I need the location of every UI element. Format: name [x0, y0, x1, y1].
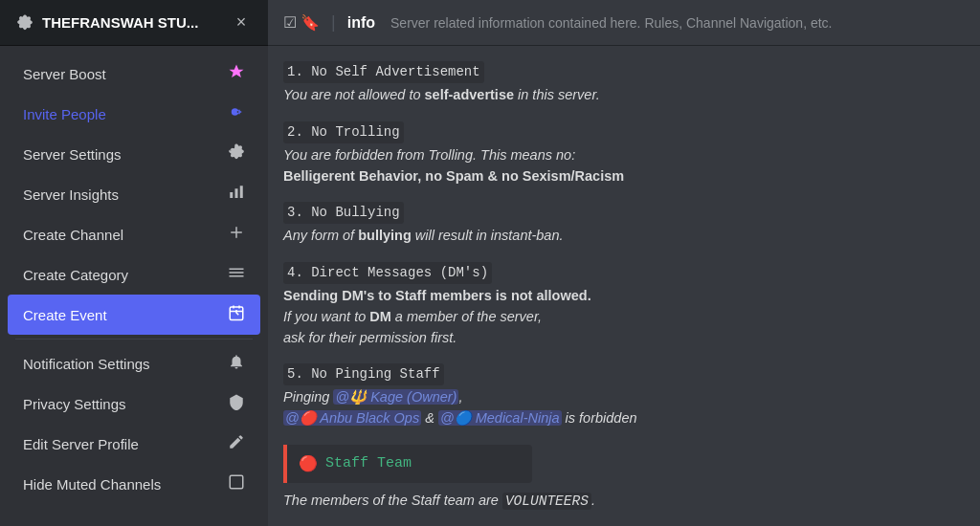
sidebar: THEFRANSWAH STU... × Server Boost Invite…: [0, 0, 268, 526]
rule-1: 1. No Self Advertisement You are not all…: [283, 61, 965, 106]
rule-5-desc: Pinging @🔱 Kage (Owner),@🔴 Anbu Black Op…: [283, 387, 965, 429]
rule-4-title: 4. Direct Messages (DM's): [283, 262, 492, 284]
check-icon: ☑: [283, 13, 297, 32]
svg-rect-1: [235, 188, 238, 198]
mention-anbu: @🔴 Anbu Black Ops: [283, 410, 421, 426]
channel-separator: |: [331, 12, 336, 33]
rule-5-title: 5. No Pinging Staff: [283, 363, 444, 385]
main-content: ☑ 🔖 | info Server related information co…: [268, 0, 980, 526]
staff-team-label: Staff Team: [325, 453, 412, 475]
edit-icon: [222, 433, 245, 454]
rule-1-desc: You are not allowed to self-advertise in…: [283, 85, 965, 106]
sidebar-item-privacy-settings[interactable]: Privacy Settings: [8, 384, 260, 424]
rule-4-desc: Sending DM's to Staff members is not all…: [283, 286, 965, 348]
staff-team-badge: 🔴 Staff Team: [283, 445, 532, 483]
create-event-icon: [222, 304, 245, 325]
sidebar-item-notification-settings[interactable]: Notification Settings: [8, 343, 260, 384]
rule-2-desc: You are forbidden from Trolling. This me…: [283, 145, 965, 187]
sidebar-item-server-insights[interactable]: Server Insights: [8, 174, 260, 214]
rule-2: 2. No Trolling You are forbidden from Tr…: [283, 121, 965, 187]
notification-icon: [222, 353, 245, 374]
sidebar-header: THEFRANSWAH STU... ×: [0, 0, 268, 46]
sidebar-item-create-event[interactable]: Create Event: [8, 295, 260, 335]
divider: [15, 339, 253, 340]
create-channel-icon: [222, 224, 245, 245]
sidebar-item-server-settings[interactable]: Server Settings: [8, 134, 260, 174]
rule-3-title: 3. No Bullying: [283, 202, 404, 224]
rule-2-title: 2. No Trolling: [283, 121, 404, 143]
messages-area[interactable]: 1. No Self Advertisement You are not all…: [268, 46, 980, 526]
rule-4: 4. Direct Messages (DM's) Sending DM's t…: [283, 262, 965, 348]
sidebar-item-hide-muted-channels[interactable]: Hide Muted Channels: [8, 464, 260, 504]
sidebar-item-invite-people[interactable]: Invite People: [8, 94, 260, 134]
sidebar-item-server-boost[interactable]: Server Boost: [8, 54, 260, 94]
svg-rect-0: [230, 192, 233, 198]
channel-name: info: [347, 14, 375, 32]
sidebar-item-create-category[interactable]: Create Category: [8, 254, 260, 295]
rule-5: 5. No Pinging Staff Pinging @🔱 Kage (Own…: [283, 363, 965, 429]
rule-3: 3. No Bullying Any form of bullying will…: [283, 202, 965, 247]
volunteers-text: The members of the Staff team are VOLUNT…: [283, 491, 965, 513]
insights-icon: [222, 184, 245, 205]
mention-medical-ninja: @🔵 Medical-Ninja: [438, 410, 562, 426]
settings-icon: [222, 143, 245, 164]
bookmark-icon: 🔖: [301, 13, 320, 32]
svg-rect-2: [240, 186, 243, 198]
sidebar-menu: Server Boost Invite People Server Settin…: [0, 46, 268, 526]
rule-3-desc: Any form of bullying will result in inst…: [283, 226, 965, 247]
svg-rect-7: [230, 475, 243, 489]
rule-1-title: 1. No Self Advertisement: [283, 61, 484, 83]
sidebar-item-create-channel[interactable]: Create Channel: [8, 214, 260, 254]
mention-kage: @🔱 Kage (Owner): [333, 389, 458, 405]
shield-icon: [222, 393, 245, 414]
channel-header-icons: ☑ 🔖: [283, 13, 320, 32]
checkbox-icon: [222, 473, 245, 494]
volunteers-mono: VOLUNTEERS: [502, 493, 591, 510]
channel-header: ☑ 🔖 | info Server related information co…: [268, 0, 980, 46]
staff-badge-icon: 🔴: [299, 452, 318, 475]
boost-icon: [222, 63, 245, 84]
close-icon[interactable]: ×: [230, 11, 253, 34]
server-title: THEFRANSWAH STU...: [42, 14, 222, 31]
channel-description: Server related information contained her…: [390, 15, 832, 31]
invite-icon: [222, 103, 245, 124]
create-category-icon: [222, 264, 245, 285]
gear-icon: [15, 13, 34, 33]
sidebar-item-edit-server-profile[interactable]: Edit Server Profile: [8, 424, 260, 464]
